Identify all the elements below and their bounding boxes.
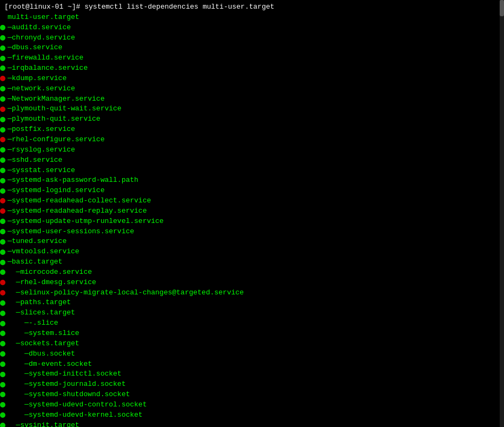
line-text: ─rhel-configure.service — [8, 135, 104, 145]
line-text: ─dbus.socket — [8, 349, 75, 359]
status-dot — [0, 351, 5, 357]
line-text: ─network.service — [8, 84, 75, 94]
status-dot — [0, 229, 5, 234]
line-text: ─plymouth-quit.service — [8, 114, 101, 124]
status-dot — [0, 321, 5, 326]
status-dot — [0, 188, 5, 194]
terminal-line: ─sshd.service — [0, 155, 504, 166]
scrollbar-thumb[interactable] — [500, 0, 504, 16]
line-text: multi-user.target — [8, 12, 79, 23]
line-text: ─firewalld.service — [8, 53, 83, 63]
terminal-line: ─postfix.service — [0, 124, 504, 135]
line-text: ─kdump.service — [8, 74, 67, 84]
line-text: ─tuned.service — [8, 237, 67, 247]
line-text: ─systemd-udevd-control.socket — [8, 400, 147, 410]
line-text: ─rsyslog.service — [8, 145, 75, 155]
terminal-line: ─sysinit.target — [0, 421, 504, 427]
status-dot — [0, 96, 5, 102]
status-dot — [0, 280, 5, 285]
terminal-line: ─-.slice — [0, 318, 504, 329]
terminal-line: ─plymouth-quit.service — [0, 114, 504, 124]
terminal-line: ─systemd-journald.socket — [0, 379, 504, 390]
terminal-line: ─tuned.service — [0, 237, 504, 247]
status-dot — [0, 372, 5, 377]
line-text: ─sysstat.service — [8, 166, 75, 176]
terminal-line: ─systemd-initctl.socket — [0, 369, 504, 379]
line-text: ─sockets.target — [8, 339, 79, 349]
status-dot — [0, 127, 5, 133]
terminal-line: ─irqbalance.service — [0, 63, 504, 74]
terminal-line: ─chronyd.service — [0, 33, 504, 43]
terminal-line: ─systemd-udevd-kernel.socket — [0, 410, 504, 421]
line-text: ─systemd-readahead-collect.service — [8, 196, 151, 206]
line-text: ─systemd-shutdownd.socket — [8, 390, 130, 400]
line-text: ─chronyd.service — [8, 33, 75, 43]
terminal-line: ─sockets.target — [0, 339, 504, 349]
status-dot — [0, 157, 5, 163]
line-text: ─systemd-ask-password-wall.path — [8, 175, 138, 186]
scrollbar[interactable] — [500, 0, 504, 427]
status-dot — [0, 107, 5, 112]
line-text: ─irqbalance.service — [8, 63, 88, 74]
line-text: ─systemd-journald.socket — [8, 379, 125, 390]
terminal-line: ─system.slice — [0, 329, 504, 339]
status-dot — [0, 270, 5, 275]
line-text: ─basic.target — [8, 257, 62, 267]
line-text: ─systemd-initctl.socket — [8, 369, 122, 379]
status-dot — [0, 86, 5, 91]
status-dot — [0, 208, 5, 214]
status-dot — [0, 341, 5, 346]
terminal-line: ─selinux-policy-migrate-local-changes@ta… — [0, 288, 504, 298]
line-text: ─auditd.service — [8, 23, 71, 33]
status-dot — [0, 249, 5, 255]
status-dot — [0, 76, 5, 81]
status-dot — [0, 300, 5, 306]
line-text: ─rhel-dmesg.service — [8, 278, 96, 288]
status-dot — [0, 178, 5, 183]
terminal-line: ─dbus.socket — [0, 349, 504, 359]
line-text: ─NetworkManager.service — [8, 94, 104, 104]
status-dot — [0, 423, 5, 427]
terminal-line: ─rsyslog.service — [0, 145, 504, 155]
line-text: ─systemd-udevd-kernel.socket — [8, 410, 143, 421]
prompt-line: [root@linux-01 ~]# systemctl list-depend… — [0, 2, 504, 12]
status-dot — [0, 56, 5, 61]
terminal-line: ─systemd-udevd-control.socket — [0, 400, 504, 410]
terminal-line: ─systemd-user-sessions.service — [0, 227, 504, 237]
terminal-line: ─network.service — [0, 84, 504, 94]
status-dot — [0, 45, 5, 51]
terminal-line: ─systemd-logind.service — [0, 186, 504, 196]
status-dot — [0, 239, 5, 245]
line-text: ─systemd-update-utmp-runlevel.service — [8, 216, 164, 227]
terminal-line: ─basic.target — [0, 257, 504, 267]
status-dot — [0, 117, 5, 122]
line-text: ─sshd.service — [8, 155, 62, 166]
terminal-line: ─rhel-dmesg.service — [0, 278, 504, 288]
terminal-line: ─auditd.service — [0, 23, 504, 33]
line-text: ─-.slice — [8, 318, 58, 329]
status-dot — [0, 311, 5, 316]
status-dot — [0, 198, 5, 203]
terminal-line: ─systemd-shutdownd.socket — [0, 390, 504, 400]
line-text: ─systemd-user-sessions.service — [8, 227, 134, 237]
status-dot — [0, 412, 5, 418]
terminal-line: ─systemd-update-utmp-runlevel.service — [0, 216, 504, 227]
terminal-line: ─paths.target — [0, 298, 504, 308]
terminal-line: ─systemd-readahead-collect.service — [0, 196, 504, 206]
terminal-line: ─kdump.service — [0, 74, 504, 84]
status-dot — [0, 65, 5, 71]
line-text: ─dbus.service — [8, 43, 62, 53]
terminal-window: [root@linux-01 ~]# systemctl list-depend… — [0, 0, 504, 427]
status-dot — [0, 362, 5, 367]
status-dot — [0, 290, 5, 295]
terminal-line: ─systemd-ask-password-wall.path — [0, 175, 504, 186]
terminal-line: ─dbus.service — [0, 43, 504, 53]
terminal-line: ─NetworkManager.service — [0, 94, 504, 104]
status-dot — [0, 382, 5, 387]
line-text: ─sysinit.target — [8, 421, 79, 427]
line-text: ─selinux-policy-migrate-local-changes@ta… — [8, 288, 244, 298]
status-dot — [0, 402, 5, 408]
line-text: ─dm-event.socket — [8, 359, 92, 370]
terminal-output: multi-user.target─auditd.service─chronyd… — [0, 12, 504, 427]
terminal-line: ─slices.target — [0, 308, 504, 318]
